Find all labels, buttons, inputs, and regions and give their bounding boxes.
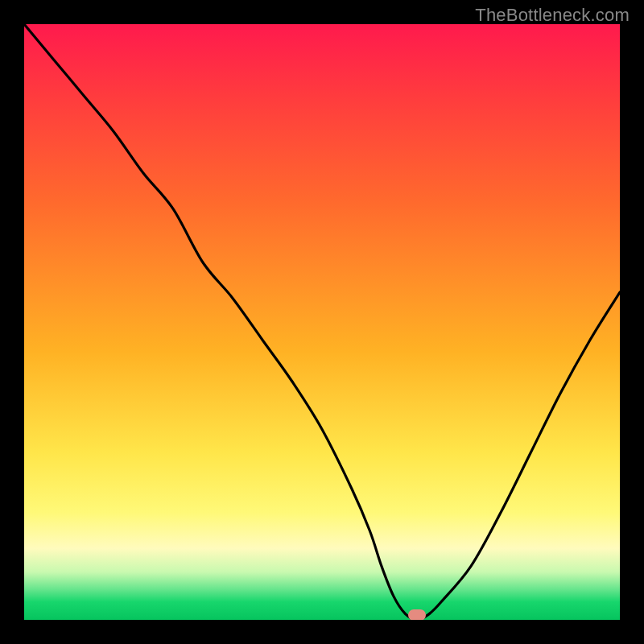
optimal-marker	[408, 609, 426, 620]
watermark-text: TheBottleneck.com	[475, 5, 630, 26]
plot-area	[24, 24, 620, 620]
chart-frame: TheBottleneck.com	[0, 0, 644, 644]
curve-path	[24, 24, 620, 620]
bottleneck-curve	[24, 24, 620, 620]
